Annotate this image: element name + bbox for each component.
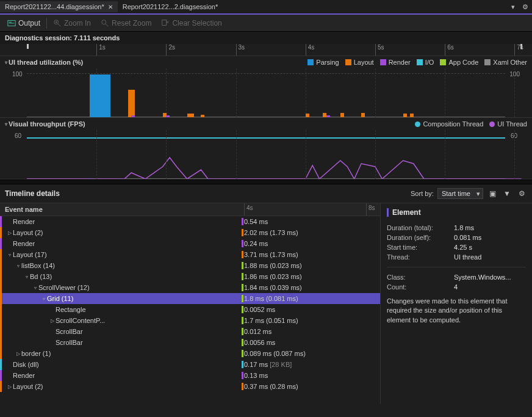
expand-icon[interactable]: ▿ bbox=[15, 263, 21, 269]
row-timing: 0.012 ms bbox=[244, 328, 271, 335]
reset-zoom-button[interactable]: Reset Zoom bbox=[97, 18, 155, 29]
bar bbox=[326, 115, 330, 118]
chart-title: UI thread utilization (%) bbox=[9, 59, 83, 66]
sort-label: Sort by: bbox=[411, 190, 434, 197]
expand-icon[interactable]: ▿ bbox=[32, 285, 38, 291]
bar bbox=[131, 115, 135, 118]
bar bbox=[403, 114, 407, 117]
chevron-down-icon[interactable]: ▾ bbox=[508, 3, 519, 11]
property-row: Class:System.Windows... bbox=[387, 272, 526, 282]
svg-rect-7 bbox=[162, 20, 167, 25]
expand-icon[interactable]: ▷ bbox=[7, 230, 13, 236]
row-label: Grid (11) bbox=[47, 295, 73, 302]
property-row: Count:4 bbox=[387, 282, 526, 292]
tab-report-1[interactable]: Report2021122...44.diagsession* ✕ bbox=[0, 1, 118, 12]
row-timing: 0.54 ms bbox=[244, 218, 268, 225]
fps-chart: ▿ Visual throughput (FPS) Composition Th… bbox=[0, 118, 532, 179]
detail-ruler[interactable]: 4s8s bbox=[122, 203, 380, 216]
row-label: Layout (2) bbox=[13, 229, 43, 236]
clear-selection-button[interactable]: Clear Selection bbox=[157, 18, 225, 29]
collapse-icon[interactable]: ▿ bbox=[5, 121, 7, 127]
legend-item: Layout bbox=[345, 59, 374, 66]
expand-icon[interactable]: ▷ bbox=[7, 384, 13, 390]
bar bbox=[190, 114, 194, 117]
details-title: Timeline details bbox=[5, 189, 60, 198]
row-label: Render bbox=[13, 240, 35, 247]
tree-rows[interactable]: Render0.54 ms▷Layout (2)2.02 ms (1.73 ms… bbox=[0, 216, 380, 404]
row-label: Rectangle bbox=[56, 306, 86, 313]
tree-row[interactable]: ▿listBox (14)1.88 ms (0.023 ms) bbox=[0, 260, 380, 271]
tree-row[interactable]: ▿Grid (11)1.8 ms (0.081 ms) bbox=[0, 293, 380, 304]
collapse-icon[interactable]: ▿ bbox=[5, 60, 7, 65]
bar bbox=[361, 113, 365, 117]
gear-icon[interactable]: ⚙ bbox=[519, 3, 532, 11]
bar bbox=[166, 115, 170, 117]
property-row: Duration (total):1.8 ms bbox=[387, 223, 526, 233]
row-label: Disk (dll) bbox=[13, 361, 39, 368]
row-label: Render bbox=[13, 372, 35, 379]
expand-icon[interactable]: ▿ bbox=[24, 274, 30, 280]
row-timing: 0.089 ms (0.087 ms) bbox=[244, 350, 306, 357]
chart-body[interactable]: 100 100 bbox=[0, 68, 532, 117]
tree-row[interactable]: Render0.54 ms bbox=[0, 216, 380, 227]
expand-icon[interactable]: ▿ bbox=[7, 252, 13, 258]
ruler-start-mark[interactable] bbox=[27, 44, 29, 49]
row-label: listBox (14) bbox=[21, 262, 55, 269]
property-row: Duration (self):0.081 ms bbox=[387, 233, 526, 242]
expand-icon[interactable]: ▷ bbox=[49, 318, 56, 324]
legend-item: UI Thread bbox=[489, 120, 527, 128]
row-label: ScrollBar bbox=[56, 339, 83, 346]
tab-report-2[interactable]: Report2021122...2.diagsession* bbox=[118, 1, 223, 12]
tree-row[interactable]: ScrollBar0.012 ms bbox=[0, 326, 380, 337]
settings-icon[interactable]: ⚙ bbox=[516, 188, 527, 199]
column-event-name[interactable]: Event name bbox=[0, 203, 122, 216]
row-timing: 0.0056 ms bbox=[244, 339, 275, 346]
splitter[interactable] bbox=[0, 179, 532, 184]
tree-row[interactable]: Disk (dll)0.17 ms [28 KB] bbox=[0, 359, 380, 370]
legend-item: App Code bbox=[440, 59, 478, 66]
chart-body[interactable]: 60 60 bbox=[0, 130, 532, 179]
bar bbox=[107, 74, 110, 117]
row-timing: 1.7 ms (0.051 ms) bbox=[244, 317, 298, 324]
legend-item: I/O bbox=[417, 59, 434, 66]
tree-row[interactable]: ▿ScrollViewer (12)1.84 ms (0.039 ms) bbox=[0, 282, 380, 293]
zoom-in-button[interactable]: Zoom In bbox=[49, 18, 95, 29]
time-ruler[interactable]: 1s2s3s4s5s6s7s bbox=[0, 44, 532, 56]
row-label: border (1) bbox=[21, 350, 51, 357]
tree-row[interactable]: ▿Bd (13)1.86 ms (0.023 ms) bbox=[0, 271, 380, 282]
legend-item: Render bbox=[380, 59, 411, 66]
tree-row[interactable]: ▷ScrollContentP...1.7 ms (0.051 ms) bbox=[0, 315, 380, 326]
bar bbox=[306, 114, 309, 117]
tree-row[interactable]: Render0.24 ms bbox=[0, 238, 380, 249]
filter-icon[interactable]: ▼ bbox=[501, 188, 512, 199]
ruler-tick: 2s bbox=[166, 44, 175, 56]
svg-line-2 bbox=[58, 23, 60, 26]
expand-icon[interactable]: ▿ bbox=[41, 296, 47, 302]
output-button[interactable]: Output bbox=[4, 18, 44, 29]
bar bbox=[131, 90, 135, 118]
row-timing: 0.0052 ms bbox=[244, 306, 275, 313]
tree-row[interactable]: ScrollBar0.0056 ms bbox=[0, 337, 380, 348]
frame-selection-icon[interactable]: ▣ bbox=[487, 188, 498, 199]
tree-row[interactable]: Rectangle0.0052 ms bbox=[0, 304, 380, 315]
bar bbox=[201, 115, 204, 117]
property-row: Start time:4.25 s bbox=[387, 242, 526, 252]
tree-row[interactable]: Render0.13 ms bbox=[0, 370, 380, 381]
properties-panel: Element Duration (total):1.8 msDuration … bbox=[381, 203, 532, 404]
detail-tick: 8s bbox=[366, 203, 377, 216]
panel-title: Element bbox=[387, 208, 526, 217]
legend: Composition ThreadUI Thread bbox=[85, 120, 527, 128]
tree-row[interactable]: ▷Layout (2)0.37 ms (0.28 ms) bbox=[0, 381, 380, 392]
row-timing: 1.84 ms (0.039 ms) bbox=[244, 284, 302, 291]
row-label: Bd (13) bbox=[30, 273, 52, 280]
close-icon[interactable]: ✕ bbox=[108, 4, 113, 10]
svg-point-5 bbox=[102, 20, 106, 24]
tree-row[interactable]: ▷border (1)0.089 ms (0.087 ms) bbox=[0, 348, 380, 359]
sort-select[interactable]: Start time bbox=[437, 188, 483, 199]
row-timing: 1.88 ms (0.023 ms) bbox=[244, 262, 302, 269]
tree-row[interactable]: ▷Layout (2)2.02 ms (1.73 ms) bbox=[0, 227, 380, 238]
property-row: Thread:UI thread bbox=[387, 252, 526, 262]
tree-row[interactable]: ▿Layout (17)3.71 ms (1.73 ms) bbox=[0, 249, 380, 260]
expand-icon[interactable]: ▷ bbox=[15, 351, 21, 357]
row-label: Layout (17) bbox=[13, 251, 47, 258]
